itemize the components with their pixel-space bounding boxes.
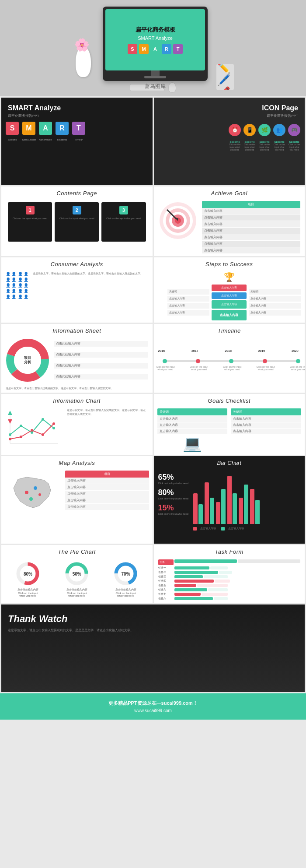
letter-r: R xyxy=(56,122,69,135)
slide-steps-success: Steps to Success 🏆 关键词 点击输入内容 点击输入内容 点击输… xyxy=(154,257,305,323)
consumer-desc: 这是示例文字，请点击出发输入您想要的文字。这是示例文字，请点击出发输入所成告的文… xyxy=(33,272,148,299)
task-bar-5b xyxy=(197,584,228,587)
pie-desc-1: 点击此处输入内容Click on the inputwhat you need xyxy=(17,588,38,597)
achieve-table: 项目 点击输入内容 点击输入内容 点击输入内容 点击输入内容 点击输入内容 点击… xyxy=(202,201,301,254)
task-bar-5a xyxy=(174,584,196,587)
slide-task-form: Task Form 任务 任务一 任务二 任务三 xyxy=(154,545,305,603)
person-icon: 👤 xyxy=(6,283,10,288)
bar-chart-visual: 点击输入内容 点击输入内容 xyxy=(193,473,301,531)
vase-decoration: 🌸 xyxy=(72,46,94,90)
footer-text-1: 更多精品PPT资源尽在—sucai999.com！ xyxy=(108,700,198,706)
timeline-point-2020: 2020 Click on the input what you need xyxy=(296,359,300,363)
year-2017: 2017 xyxy=(191,349,198,352)
task-row-2: 任务二 xyxy=(158,570,301,574)
task-bar-8b xyxy=(214,597,228,600)
contents-boxes: 1 Click on the input what you need 2 Cli… xyxy=(1,199,153,245)
svg-point-22 xyxy=(52,422,55,425)
achieve-row-5: 点击输入内容 xyxy=(202,234,301,240)
bar-teal-4 xyxy=(233,493,237,524)
icon-col-text-3: Click on the input what you need xyxy=(258,143,271,151)
smart-slide-title: SMART Analyze xyxy=(1,98,153,113)
trophy-icon: 🏆 xyxy=(224,272,235,282)
bar-chart-title: Bar Chart xyxy=(154,456,305,468)
pencils-icon: ✏️🖊️🖍️ xyxy=(217,64,234,90)
icon-labels-row: Specific Click on the input what you nee… xyxy=(154,138,305,153)
person-icon: 👤 xyxy=(6,289,10,293)
goals-right-item-1: 点击输入内容 xyxy=(231,416,301,422)
icon-slide-sub: 扁平化商务报告PPT xyxy=(154,113,305,122)
bar-group-2 xyxy=(205,482,214,524)
donut-label: 项目分析 xyxy=(24,356,31,364)
goals-title: Goals Checklist xyxy=(154,394,305,406)
bar-coral-2 xyxy=(205,482,209,524)
task-row-8: 任务八 xyxy=(158,597,301,601)
task-label-8: 任务八 xyxy=(158,597,174,601)
pie-item-3: 70% 点击此处输入内容Click on the inputwhat you n… xyxy=(114,562,138,597)
people-row-2: 👤 👤 xyxy=(6,278,16,282)
svg-point-18 xyxy=(9,438,11,440)
person-icon: 👤 xyxy=(11,278,16,282)
pie-item-1: 80% 点击此处输入内容Click on the inputwhat you n… xyxy=(16,562,40,597)
smart-labels-row: Specific Measurable Achievable Realistic… xyxy=(1,138,153,141)
map-inner: 项目 点击输入内容 点击输入内容 点击输入内容 点击输入内容 点击输入内容 xyxy=(1,468,153,521)
timeline-point-2018: 2018 Click on the input what you need xyxy=(229,359,233,363)
pie-chart-title: The Pie Chart xyxy=(1,545,153,557)
svg-point-14 xyxy=(20,425,22,427)
bar-teal-5 xyxy=(244,485,248,524)
person-icon: 👤 xyxy=(11,289,16,293)
letter-s: S xyxy=(6,122,19,135)
task-col-header-1: 任务 xyxy=(158,559,174,565)
icon-col-2: Specific Click on the input what you nee… xyxy=(243,141,256,151)
teal-person: 👤 xyxy=(24,289,28,293)
person-icon: 👤 xyxy=(11,283,16,288)
step-left-4: 点击输入内容 xyxy=(167,310,209,316)
person-icon: 👤 xyxy=(6,272,10,276)
task-inner: 任务 任务一 任务二 任务三 任务四 xyxy=(154,557,305,603)
footer-banner: 更多精品PPT资源尽在—sucai999.com！ www.sucai999.c… xyxy=(0,693,306,720)
achieve-table-header: 项目 xyxy=(202,201,301,208)
legend-dot-teal xyxy=(221,527,225,531)
achieve-row-3: 点击输入内容 xyxy=(202,221,301,227)
timeline-point-2019: 2019 Click on the input what you need xyxy=(263,359,267,363)
svg-point-28 xyxy=(38,493,41,496)
task-bar-6a xyxy=(174,588,207,591)
person-icon: 👤 xyxy=(11,295,16,299)
timeline-desc-4: Click on the input what you need xyxy=(255,365,277,371)
label-timely: Timely xyxy=(72,138,85,141)
donut-chart: 项目分析 xyxy=(6,338,49,382)
steps-right: 关键词 点击输入内容 点击输入内容 点击输入内容 xyxy=(249,285,301,320)
bar-group-1 xyxy=(193,493,203,524)
task-bar-3b xyxy=(204,575,228,578)
step-center-3: 点击输入内容 xyxy=(212,300,247,309)
svg-point-17 xyxy=(52,427,55,429)
content-number-3: 3 xyxy=(119,206,128,214)
task-bar-2a xyxy=(174,571,218,574)
map-row-4: 点击输入内容 xyxy=(65,497,149,503)
map-row-5: 点击输入内容 xyxy=(65,504,149,510)
legend-label-coral: 点击输入内容 xyxy=(200,527,216,531)
bar-coral-3 xyxy=(216,502,220,524)
slide-information-sheet: Information Sheet 项目分析 点击此处输入内容 点击此处输入内容… xyxy=(1,324,153,393)
map-row-2: 点击输入内容 xyxy=(65,484,149,490)
icon-col-3: Specific Click on the input what you nee… xyxy=(258,141,271,151)
info-label-2: 点击此处输入内容 xyxy=(54,352,148,358)
pie-desc-3: 点击此处输入内容Click on the inputwhat you need xyxy=(115,588,136,597)
footer-text-2: www.sucai999.com xyxy=(134,708,172,713)
letter-m: M xyxy=(22,122,35,135)
pencil-cup: ✏️🖊️🖍️ xyxy=(216,64,234,90)
goals-right-item-3: 点击输入内容 xyxy=(231,429,301,434)
task-row-4: 任务四 xyxy=(158,579,301,583)
info-label-1: 点击此处输入内容 xyxy=(54,341,148,347)
slide-goals-checklist: Goals Checklist 关键词 点击输入内容 点击输入内容 点击输入内容… xyxy=(154,394,305,455)
content-box-2: 2 Click on the input what you need xyxy=(55,202,99,242)
bar-coral-4 xyxy=(227,476,232,524)
info-sheet-inner: 项目分析 点击此处输入内容 点击此处输入内容 点击此处输入内容 点击此处输入内容 xyxy=(1,336,153,384)
legend-label-teal: 点击输入内容 xyxy=(228,527,244,531)
task-bar-4a xyxy=(174,580,214,583)
trophy-row: 🏆 xyxy=(157,272,302,282)
info-label-3: 点击此处输入内容 xyxy=(54,363,148,369)
bar-teal-2 xyxy=(210,498,214,524)
bar-teal-6 xyxy=(255,500,260,524)
task-bar-7b xyxy=(202,593,228,596)
teal-row-5: 👤 👤 xyxy=(18,295,28,299)
